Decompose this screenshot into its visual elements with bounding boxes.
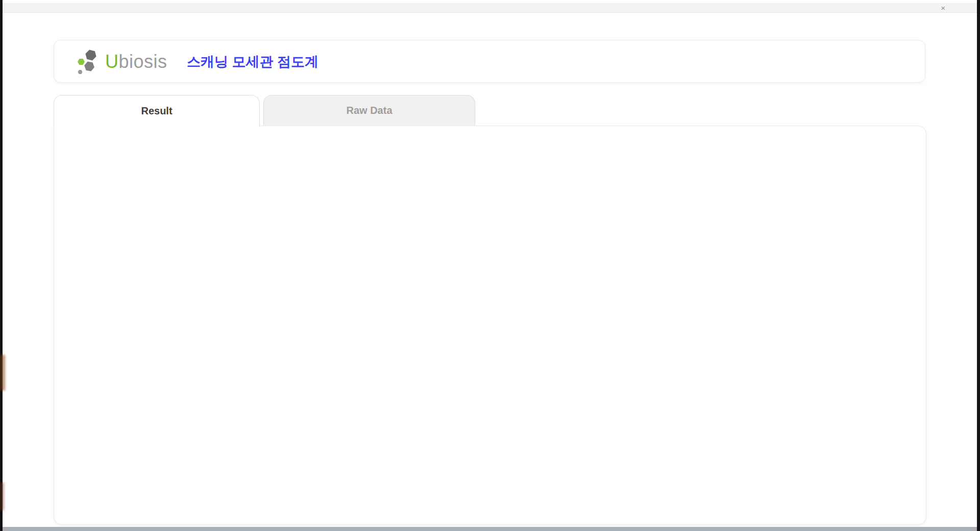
left-edge-strip <box>0 0 3 531</box>
window-titlebar: × <box>3 3 977 13</box>
app-window: × Ubiosis 스캐닝 모세관 점도계 Raw Data Result i … <box>0 0 980 531</box>
taskbar-strip <box>0 527 980 531</box>
background-artifact <box>0 482 4 511</box>
brand-logo: Ubiosis <box>76 49 167 75</box>
close-icon[interactable]: × <box>941 3 945 13</box>
hexagon-cluster-icon <box>76 49 102 75</box>
device-title: 스캐닝 모세관 점도계 <box>187 53 318 71</box>
brand-name-rest: biosis <box>119 51 167 72</box>
result-tab-panel <box>54 126 926 525</box>
brand-name-u: U <box>105 51 119 72</box>
tab-raw-data[interactable]: Raw Data <box>263 95 475 126</box>
background-artifact <box>0 355 5 391</box>
tab-result[interactable]: Result <box>54 95 260 127</box>
brand-name: Ubiosis <box>105 51 167 73</box>
right-edge-strip <box>977 0 980 531</box>
header-card: Ubiosis 스캐닝 모세관 점도계 <box>54 40 925 83</box>
